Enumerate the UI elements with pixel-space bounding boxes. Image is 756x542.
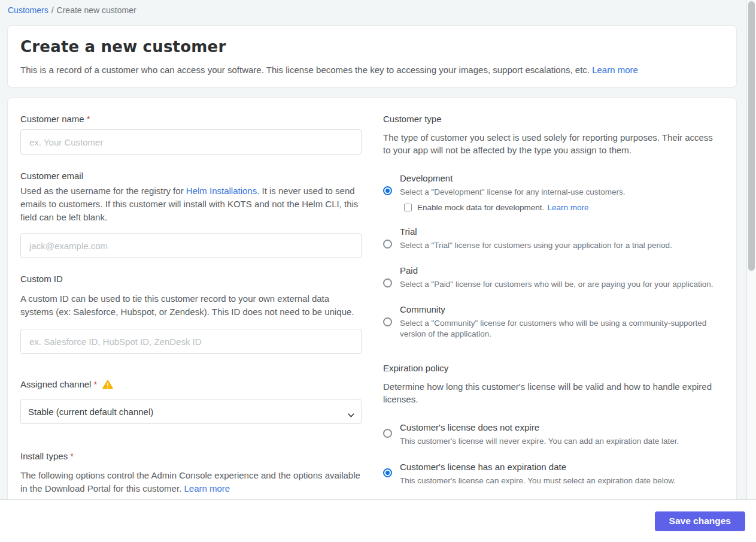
header-learn-more-link[interactable]: Learn more bbox=[592, 65, 638, 75]
mock-data-learn-more-link[interactable]: Learn more bbox=[547, 203, 588, 212]
customer-type-option-paid: Paid Select a "Paid" license for custome… bbox=[383, 265, 716, 290]
has-expiration-option-label[interactable]: Customer's license has an expiration dat… bbox=[400, 461, 716, 473]
paid-option-label[interactable]: Paid bbox=[400, 265, 716, 277]
customer-type-option-community: Community Select a "Community" license f… bbox=[383, 304, 716, 340]
form-left-column: Customer name* Customer email Used as th… bbox=[20, 114, 362, 504]
customer-name-required-mark: * bbox=[87, 114, 90, 124]
customer-type-option-trial: Trial Select a "Trial" license for custo… bbox=[383, 226, 716, 251]
trial-radio[interactable] bbox=[383, 240, 392, 249]
form-right-column: Customer type The type of customer you s… bbox=[383, 114, 716, 504]
paid-option-description: Select a "Paid" license for customers wh… bbox=[400, 279, 716, 290]
page-header-card: Create a new customer This is a record o… bbox=[7, 25, 737, 87]
breadcrumb-separator: / bbox=[51, 5, 54, 15]
development-option-label[interactable]: Development bbox=[400, 172, 716, 184]
customer-type-title: Customer type bbox=[383, 114, 716, 124]
trial-option-label[interactable]: Trial bbox=[400, 226, 716, 238]
development-option-description: Select a "Development" license for any i… bbox=[400, 187, 716, 198]
install-types-learn-more-link[interactable]: Learn more bbox=[184, 483, 230, 493]
page-title: Create a new customer bbox=[20, 38, 716, 56]
breadcrumb: Customers/Create new customer bbox=[0, 0, 756, 15]
community-option-label[interactable]: Community bbox=[400, 304, 716, 316]
customer-type-option-development: Development Select a "Development" licen… bbox=[383, 172, 716, 212]
customer-name-label-text: Customer name bbox=[20, 114, 84, 124]
community-option-description: Select a "Community" license for custome… bbox=[400, 318, 716, 340]
assigned-channel-select-wrap: Stable (current default channel) bbox=[20, 399, 362, 424]
customer-email-label: Customer email bbox=[20, 171, 362, 181]
customer-name-input[interactable] bbox=[20, 129, 362, 155]
custom-id-label: Custom ID bbox=[20, 274, 362, 284]
customer-email-input[interactable] bbox=[20, 233, 362, 258]
customer-email-help: Used as the username for the registry fo… bbox=[20, 184, 362, 224]
mock-data-checkbox[interactable] bbox=[404, 204, 412, 211]
expiration-policy-description: Determine how long this customer's licen… bbox=[383, 381, 716, 405]
trial-option-description: Select a "Trial" license for customers u… bbox=[400, 240, 716, 251]
custom-id-help: A custom ID can be used to tie this cust… bbox=[20, 292, 362, 319]
assigned-channel-select[interactable]: Stable (current default channel) bbox=[20, 399, 362, 424]
assigned-channel-required-mark: * bbox=[93, 379, 97, 389]
customer-name-label: Customer name* bbox=[20, 114, 362, 124]
assigned-channel-label: Assigned channel* bbox=[20, 379, 362, 389]
customer-email-help-before: Used as the username for the registry fo… bbox=[20, 186, 186, 196]
page-scrollbar-thumb[interactable] bbox=[748, 1, 755, 271]
page-description: This is a record of a customer who can a… bbox=[20, 65, 590, 75]
breadcrumb-customers-link[interactable]: Customers bbox=[8, 5, 48, 15]
form-footer-bar: Save changes bbox=[0, 499, 756, 542]
install-types-required-mark: * bbox=[70, 451, 74, 461]
save-changes-button[interactable]: Save changes bbox=[655, 511, 745, 531]
helm-installations-link[interactable]: Helm Installations bbox=[186, 186, 257, 196]
breadcrumb-current: Create new customer bbox=[57, 5, 136, 15]
create-customer-form-card: Customer name* Customer email Used as th… bbox=[7, 97, 737, 528]
expiration-policy-title: Expiration policy bbox=[383, 363, 716, 373]
expiration-option-has-date: Customer's license has an expiration dat… bbox=[383, 461, 716, 486]
expiration-option-no-expire: Customer's license does not expire This … bbox=[383, 422, 716, 447]
custom-id-input[interactable] bbox=[20, 329, 362, 354]
install-types-label: Install types* bbox=[20, 451, 362, 461]
has-expiration-radio[interactable] bbox=[383, 468, 392, 477]
install-types-help: The following options control the Admin … bbox=[20, 469, 362, 495]
page-scrollbar-track[interactable] bbox=[746, 0, 756, 499]
has-expiration-option-description: This customer's license can expire. You … bbox=[400, 476, 716, 486]
install-types-label-text: Install types bbox=[20, 451, 68, 461]
mock-data-checkbox-row: Enable mock data for development. Learn … bbox=[400, 203, 716, 212]
warning-triangle-icon bbox=[102, 380, 113, 389]
customer-type-description: The type of customer you select is used … bbox=[383, 132, 716, 156]
assigned-channel-label-text: Assigned channel bbox=[20, 379, 91, 389]
mock-data-checkbox-label[interactable]: Enable mock data for development. bbox=[417, 203, 544, 212]
no-expire-radio[interactable] bbox=[383, 429, 392, 438]
no-expire-option-description: This customer's license will never expir… bbox=[400, 436, 716, 447]
development-radio[interactable] bbox=[383, 186, 392, 195]
paid-radio[interactable] bbox=[383, 278, 392, 287]
no-expire-option-label[interactable]: Customer's license does not expire bbox=[400, 422, 716, 434]
community-radio[interactable] bbox=[383, 317, 392, 326]
